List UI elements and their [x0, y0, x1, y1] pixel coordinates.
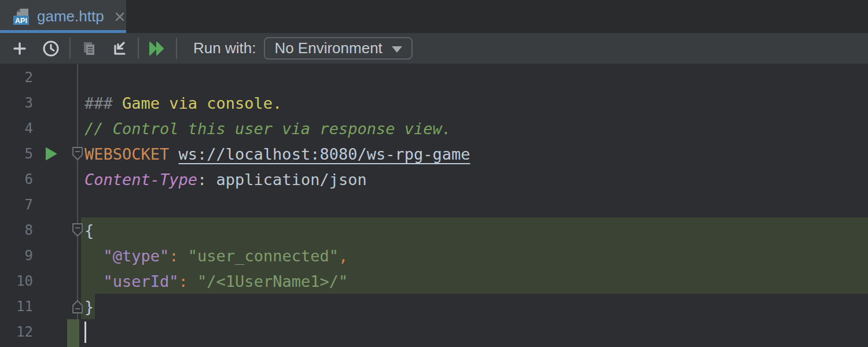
environment-select[interactable]: No Environment	[264, 37, 412, 60]
code-text: ### Game via console.	[84, 90, 282, 116]
http-client-window: API game.http	[0, 0, 868, 347]
injected-fragment-highlight	[81, 217, 868, 243]
line-number: 8	[0, 217, 33, 243]
code-line: 4 // Control this user via response view…	[0, 116, 868, 141]
tab-title: game.http	[37, 8, 104, 25]
code-text: {	[84, 217, 94, 243]
copy-icon[interactable]	[76, 36, 102, 61]
code-line: 2	[0, 65, 868, 90]
code-text: "userId": "/<1UserName1>/"	[84, 268, 348, 294]
line-number: 2	[0, 65, 33, 90]
vcs-added-marker	[67, 319, 79, 347]
line-number: 6	[0, 167, 33, 192]
line-number: 9	[0, 243, 33, 268]
text-cursor	[84, 322, 86, 343]
api-file-icon: API	[12, 7, 31, 27]
history-clock-icon[interactable]	[38, 36, 64, 61]
code-line: 3 ### Game via console.	[0, 90, 868, 116]
toolbar-separator	[138, 38, 139, 59]
add-request-icon[interactable]	[7, 36, 32, 61]
fold-marker-icon[interactable]	[71, 299, 84, 314]
code-line: 11 }	[0, 294, 868, 319]
tab-game-http[interactable]: API game.http	[0, 0, 126, 33]
close-icon[interactable]	[113, 10, 126, 23]
code-line: 6 Content-Type: application/json	[0, 167, 868, 192]
editor-tab-bar: API game.http	[0, 0, 868, 33]
code-text: "@type": "user_connected",	[84, 243, 348, 268]
run-request-icon[interactable]	[44, 147, 58, 161]
line-number: 10	[0, 268, 33, 294]
code-line: 12	[0, 319, 868, 345]
line-number: 11	[0, 294, 33, 319]
code-lines: 2 3	[0, 65, 868, 345]
run-with-label: Run with:	[193, 39, 256, 57]
svg-text:API: API	[15, 16, 27, 24]
toolbar-separator	[69, 38, 71, 59]
code-line: 5 WEBSOCKET ws://localhost:8080/ws-rpg-g…	[0, 141, 868, 167]
line-number: 5	[0, 141, 33, 167]
code-text: // Control this user via response view.	[84, 116, 451, 141]
line-number: 4	[0, 116, 33, 141]
code-text: WEBSOCKET ws://localhost:8080/ws-rpg-gam…	[84, 141, 470, 167]
line-number: 12	[0, 319, 33, 345]
code-text: }	[84, 294, 94, 319]
code-editor[interactable]: 2 3	[0, 64, 868, 347]
import-down-left-arrow-icon[interactable]	[106, 36, 132, 61]
http-client-toolbar: Run with: No Environment	[0, 33, 868, 64]
code-line: 10 "userId": "/<1UserName1>/"	[0, 268, 868, 294]
chevron-down-icon	[392, 46, 402, 53]
fold-marker-icon[interactable]	[71, 223, 84, 238]
code-text: Content-Type: application/json	[84, 167, 367, 192]
toolbar-separator	[176, 38, 177, 59]
line-number: 7	[0, 192, 33, 217]
fold-marker-icon[interactable]	[71, 146, 84, 161]
code-line: 8 {	[0, 217, 868, 243]
code-line: 9 "@type": "user_connected",	[0, 243, 868, 268]
code-line: 7	[0, 192, 868, 217]
run-all-icon[interactable]	[145, 36, 170, 61]
environment-selected-value: No Environment	[274, 39, 382, 57]
line-number: 3	[0, 90, 33, 116]
